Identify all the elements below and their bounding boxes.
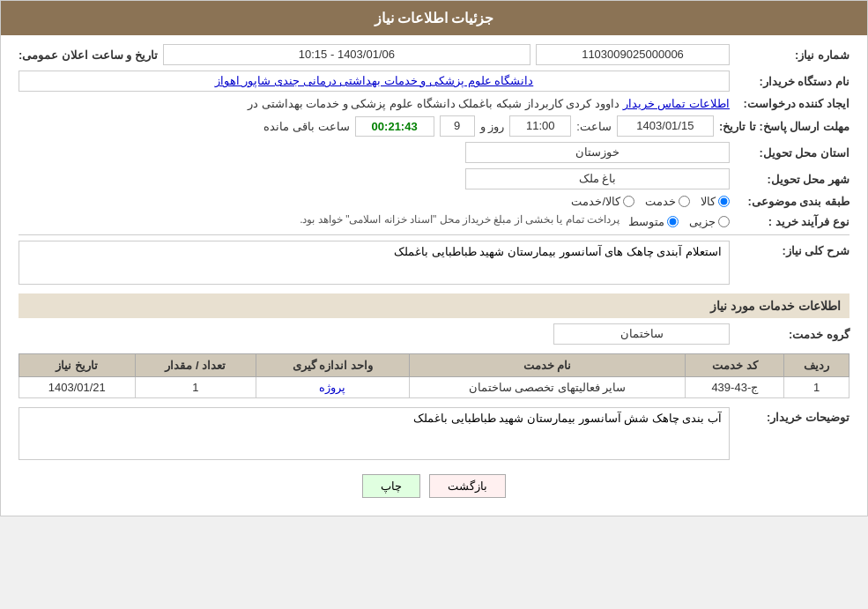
- tabaqe-kala-radio[interactable]: [718, 196, 730, 207]
- col-tedad: تعداد / مقدار: [135, 354, 256, 377]
- goroh-value: ساختمان: [553, 323, 730, 345]
- ijad-konande-value: داوود کردی کاربرداز شبکه باغملک دانشگاه …: [248, 97, 619, 110]
- table-cell-vahed: پروژه: [256, 377, 409, 398]
- page-header: جزئیات اطلاعات نیاز: [1, 1, 867, 35]
- mohlat-time: 11:00: [509, 115, 571, 137]
- tabaqe-kala-khedmat-item: کالا/خدمت: [571, 195, 634, 208]
- table-cell-naam: سایر فعالیتهای تخصصی ساختمان: [409, 377, 686, 398]
- buttons-row: بازگشت چاپ: [19, 474, 849, 498]
- goroh-label: گروه خدمت:: [735, 328, 849, 341]
- print-button[interactable]: چاپ: [362, 474, 420, 498]
- ijad-konande-link[interactable]: اطلاعات تماس خریدار: [623, 97, 730, 110]
- shahr-value: باغ ملک: [465, 168, 730, 189]
- table-row: 1ج-43-439سایر فعالیتهای تخصصی ساختمانپرو…: [19, 377, 849, 398]
- col-naam: نام خدمت: [409, 354, 686, 377]
- ostan-label: استان محل تحویل:: [735, 146, 849, 160]
- tabaqe-khedmat-label: خدمت: [645, 195, 676, 208]
- table-cell-tedad: 1: [135, 377, 256, 398]
- tabaqe-kala-khedmat-radio[interactable]: [623, 196, 634, 207]
- sharh-value: [19, 241, 730, 285]
- services-table: ردیف کد خدمت نام خدمت واحد اندازه گیری ت…: [19, 353, 849, 398]
- shomara-niaz-value: 1103009025000006: [536, 44, 730, 65]
- nam-dastgah-label: نام دستگاه خریدار:: [735, 75, 849, 88]
- tawsihat-value: [19, 407, 730, 460]
- table-cell-radif: 1: [784, 377, 849, 398]
- tawsihat-label: توضیحات خریدار:: [735, 407, 849, 424]
- tabaqe-label: طبقه بندی موضوعی:: [735, 195, 849, 208]
- tabaqe-kala-item: کالا: [701, 195, 730, 208]
- navoe-label: نوع فرآیند خرید :: [735, 215, 849, 228]
- sharh-label: شرح کلی نیاز:: [735, 241, 849, 257]
- mohlat-mande-label: ساعت باقی مانده: [263, 120, 349, 133]
- mohlat-label: مهلت ارسال پاسخ: تا تاریخ:: [719, 120, 849, 133]
- mohlat-date: 1403/01/15: [617, 115, 714, 137]
- table-cell-kod: ج-43-439: [686, 377, 784, 398]
- navoe-radio-group: جزیی متوسط: [628, 215, 730, 228]
- navoe-jozi-radio[interactable]: [718, 216, 730, 227]
- navoe-motavasset-label: متوسط: [628, 215, 664, 228]
- col-kod: کد خدمت: [686, 354, 784, 377]
- nam-dastgah-link[interactable]: دانشگاه علوم پزشکی و خدمات بهداشتی درمان…: [215, 74, 534, 87]
- tarikh-aalan-value: 1403/01/06 - 10:15: [163, 44, 530, 65]
- mohlat-roz: 9: [440, 115, 475, 137]
- tabaqe-radio-group: کالا خدمت کالا/خدمت: [19, 195, 730, 208]
- navoe-motavasset-radio[interactable]: [667, 216, 679, 227]
- navoe-jozi-label: جزیی: [689, 215, 716, 228]
- col-vahed: واحد اندازه گیری: [256, 354, 409, 377]
- khadamat-label: اطلاعات خدمات مورد نیاز: [710, 299, 841, 313]
- navoe-note: پرداخت تمام یا بخشی از مبلغ خریداز محل "…: [300, 213, 619, 226]
- tabaqe-khedmat-radio[interactable]: [679, 196, 690, 207]
- tarikh-aalan-label: تاریخ و ساعت اعلان عمومی:: [19, 48, 158, 62]
- nam-dastgah-value: دانشگاه علوم پزشکی و خدمات بهداشتی درمان…: [19, 71, 730, 92]
- back-button[interactable]: بازگشت: [429, 474, 506, 498]
- shahr-label: شهر محل تحویل:: [735, 173, 849, 186]
- tabaqe-khedmat-item: خدمت: [645, 195, 690, 208]
- mohlat-roz-label: روز و: [480, 120, 505, 133]
- page-title: جزئیات اطلاعات نیاز: [375, 11, 494, 26]
- navoe-motavasset-item: متوسط: [628, 215, 679, 228]
- shomara-niaz-label: شماره نیاز:: [735, 48, 849, 62]
- col-radif: ردیف: [784, 354, 849, 377]
- ostan-value: خوزستان: [465, 142, 730, 163]
- ijad-konande-label: ایجاد کننده درخواست:: [735, 97, 849, 110]
- khadamat-section-header: اطلاعات خدمات مورد نیاز: [19, 293, 849, 318]
- tabaqe-kala-khedmat-label: کالا/خدمت: [571, 195, 620, 208]
- services-table-section: ردیف کد خدمت نام خدمت واحد اندازه گیری ت…: [19, 353, 849, 398]
- mohlat-countdown: 00:21:43: [355, 116, 434, 137]
- navoe-jozi-item: جزیی: [689, 215, 730, 228]
- table-cell-tarikh: 1403/01/21: [19, 377, 136, 398]
- mohlat-time-label: ساعت:: [576, 120, 612, 133]
- col-tarikh: تاریخ نیاز: [19, 354, 136, 377]
- tabaqe-kala-label: کالا: [701, 195, 716, 208]
